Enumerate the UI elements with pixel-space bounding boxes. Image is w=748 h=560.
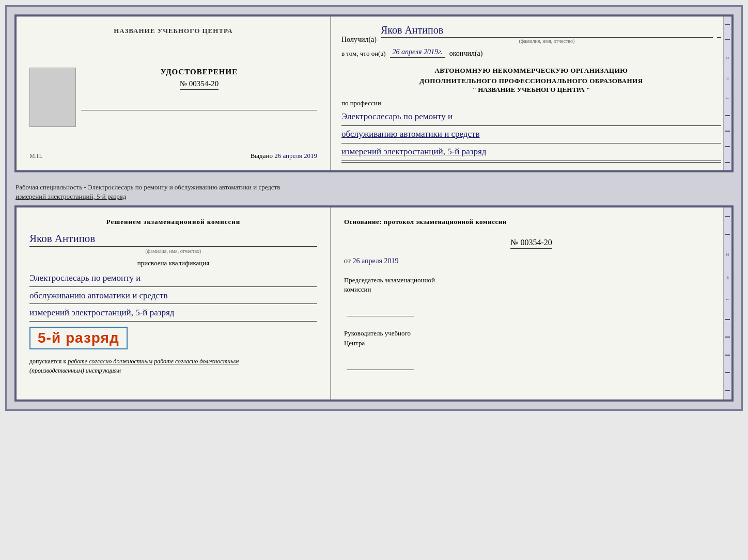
- deco-dash-b4: [725, 337, 730, 338]
- qualification-label: присвоена квалификация: [29, 259, 317, 267]
- basis-label: Основание: протокол экзаменационной коми…: [344, 218, 719, 226]
- chairman-title: Председатель экзаменационной комиссии: [344, 276, 719, 294]
- protocol-date-value: 26 апреля 2019: [352, 257, 398, 265]
- right-edge-deco: и а ←: [723, 17, 731, 170]
- chairman-line2: комиссии: [344, 285, 371, 293]
- head-line2: Центра: [344, 339, 365, 347]
- between-line1: Рабочая специальность - Электрослесарь п…: [15, 183, 280, 191]
- cert-title-block: УДОСТОВЕРЕНИЕ № 00354-20: [81, 68, 317, 116]
- fio-sub-bottom: (фамилия, имя, отчество): [29, 248, 317, 254]
- dash-after-name: –: [717, 32, 721, 44]
- profession-line1: Электрослесарь по ремонту и: [341, 109, 721, 126]
- allowed-underline: работе согласно должностным: [68, 358, 152, 365]
- qualification-profession: Электрослесарь по ремонту и обслуживанию…: [29, 270, 317, 322]
- deco-char-i: и: [726, 55, 729, 60]
- date-line: в том, что он(а) 26 апреля 2019г. окончи…: [341, 48, 721, 58]
- deco-dash-2: [725, 39, 730, 40]
- bottom-document: Решением экзаменационной комиссии Яков А…: [14, 205, 734, 402]
- org-block: АВТОНОМНУЮ НЕКОММЕРЧЕСКУЮ ОРГАНИЗАЦИЮ ДО…: [341, 66, 721, 94]
- fio-subtitle: (фамилия, имя, отчество): [381, 38, 713, 44]
- head-title: Руководитель учебного Центра: [344, 329, 719, 347]
- org-name-top: НАЗВАНИЕ УЧЕБНОГО ЦЕНТРА: [114, 27, 233, 35]
- between-line2: измерений электростанций, 5-й разряд: [15, 193, 126, 200]
- bottom-doc-left: Решением экзаменационной комиссии Яков А…: [17, 207, 331, 399]
- mp-label: М.П.: [29, 152, 42, 160]
- deco-dash-5: [725, 146, 730, 147]
- commission-title: Решением экзаменационной комиссии: [29, 218, 317, 226]
- deco-char-barr: ←: [725, 296, 730, 302]
- bottom-doc-right: Основание: протокол экзаменационной коми…: [331, 207, 731, 399]
- issued-date: Выдано 26 апреля 2019: [251, 152, 317, 160]
- org-line2: ДОПОЛНИТЕЛЬНОГО ПРОФЕССИОНАЛЬНОГО ОБРАЗО…: [341, 76, 721, 86]
- deco-dash-6: [725, 162, 730, 163]
- grade-text: 5-й разряд: [38, 330, 119, 346]
- deco-char-a: а: [726, 75, 728, 81]
- org-name-quoted: " НАЗВАНИЕ УЧЕБНОГО ЦЕНТРА ": [341, 86, 721, 94]
- deco-dash-b5: [725, 355, 730, 356]
- grade-box: 5-й разряд: [29, 327, 128, 349]
- deco-char-bi: и: [726, 251, 729, 257]
- page-wrapper: НАЗВАНИЕ УЧЕБНОГО ЦЕНТРА УДОСТОВЕРЕНИЕ №…: [5, 5, 743, 411]
- head-sig-line: [344, 361, 719, 372]
- photo-placeholder: [29, 68, 76, 127]
- date-value: 26 апреля 2019г.: [390, 48, 445, 58]
- protocol-date-prefix: от: [344, 257, 351, 265]
- chairman-signature: [347, 307, 414, 316]
- protocol-date: от 26 апреля 2019: [344, 257, 719, 265]
- finished-label: окончил(а): [449, 50, 483, 58]
- profession-block: Электрослесарь по ремонту и обслуживанию…: [341, 109, 721, 163]
- qual-line2: обслуживанию автоматики и средств: [29, 288, 317, 305]
- bottom-right-edge-deco: и а ←: [723, 207, 731, 399]
- issued-label: Выдано: [251, 152, 273, 159]
- recipient-name: Яков Антипов: [381, 24, 713, 38]
- deco-dash-b3: [725, 319, 730, 320]
- cert-number: № 00354-20: [180, 79, 219, 90]
- deco-dash-b2: [725, 234, 730, 235]
- chairman-section: Председатель экзаменационной комиссии: [344, 276, 719, 318]
- protocol-number-block: № 00354-20: [344, 234, 719, 253]
- profession-line2: обслуживанию автоматики и средств: [341, 127, 721, 143]
- allowed-prefix: допускается к: [29, 358, 66, 365]
- date-prefix: в том, что он(а): [341, 50, 386, 58]
- deco-dash-4: [725, 131, 730, 132]
- cert-middle-section: УДОСТОВЕРЕНИЕ № 00354-20: [29, 68, 317, 127]
- top-doc-left: НАЗВАНИЕ УЧЕБНОГО ЦЕНТРА УДОСТОВЕРЕНИЕ №…: [17, 17, 331, 170]
- allowed-underline-span: работе согласно должностным: [154, 358, 239, 365]
- head-section: Руководитель учебного Центра: [344, 329, 719, 372]
- deco-dash-3: [725, 115, 730, 116]
- profession-line3: измерений электростанций, 5-й разряд: [341, 145, 721, 161]
- protocol-number: № 00354-20: [510, 238, 552, 249]
- chairman-line1: Председатель экзаменационной: [344, 276, 435, 284]
- head-signature: [347, 361, 414, 370]
- top-doc-right: Получил(а) Яков Антипов (фамилия, имя, о…: [331, 17, 731, 170]
- qual-line1: Электрослесарь по ремонту и: [29, 270, 317, 287]
- deco-char-arr: ←: [725, 95, 730, 101]
- top-document: НАЗВАНИЕ УЧЕБНОГО ЦЕНТРА УДОСТОВЕРЕНИЕ №…: [14, 14, 734, 172]
- recipient-label: Получил(а): [341, 36, 377, 44]
- recipient-line: Получил(а) Яков Антипов (фамилия, имя, о…: [341, 24, 721, 44]
- deco-dash-1: [725, 24, 730, 25]
- qual-line3: измерений электростанций, 5-й разряд: [29, 305, 317, 322]
- deco-dash-b7: [725, 390, 730, 391]
- cert-title: УДОСТОВЕРЕНИЕ: [81, 68, 317, 76]
- issued-date-value: 26 апреля 2019: [274, 152, 317, 159]
- allowed-text: допускается к работе согласно должностны…: [29, 357, 317, 375]
- org-line1: АВТОНОМНУЮ НЕКОММЕРЧЕСКУЮ ОРГАНИЗАЦИЮ: [341, 66, 721, 76]
- head-line1: Руководитель учебного: [344, 329, 411, 337]
- allowed-italic: (производственным) инструкциям: [29, 367, 121, 374]
- deco-dash-b6: [725, 372, 730, 373]
- deco-char-ba: а: [726, 274, 728, 280]
- cert-bottom: М.П. Выдано 26 апреля 2019: [29, 152, 317, 160]
- between-text: Рабочая специальность - Электрослесарь п…: [14, 179, 734, 205]
- deco-dash-b1: [725, 216, 730, 217]
- profession-label: по профессии: [341, 99, 721, 107]
- person-name: Яков Антипов: [29, 232, 317, 247]
- chairman-sig-line: [344, 307, 719, 318]
